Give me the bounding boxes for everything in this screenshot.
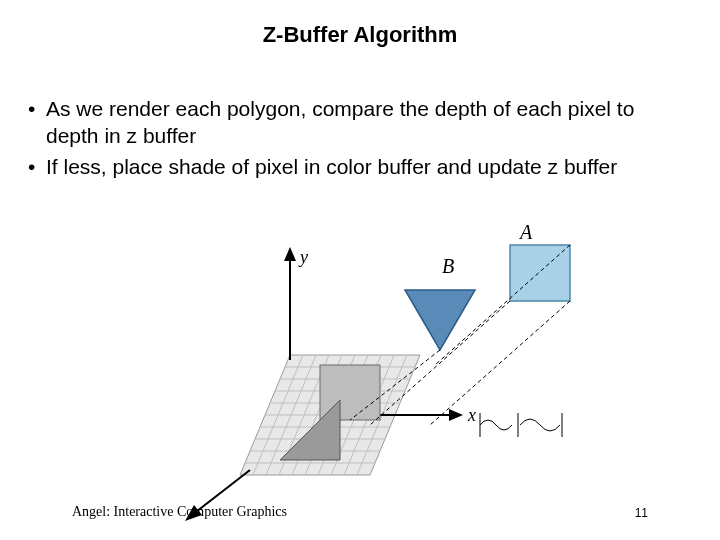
bullet-marker: • <box>28 96 46 150</box>
slide-title: Z-Buffer Algorithm <box>0 0 720 48</box>
bullet-marker: • <box>28 154 46 181</box>
polygon-b <box>405 290 475 350</box>
page-number: 11 <box>635 506 648 520</box>
x-label: x <box>467 405 476 425</box>
depth-braces <box>480 413 562 437</box>
y-axis-arrow <box>284 247 296 261</box>
label-b: B <box>442 255 454 277</box>
y-label: y <box>298 247 308 267</box>
bullet-text: As we render each polygon, compare the d… <box>46 96 692 150</box>
label-a: A <box>518 225 533 243</box>
bullet-text: If less, place shade of pixel in color b… <box>46 154 617 181</box>
bullet-item: • As we render each polygon, compare the… <box>28 96 692 150</box>
footer-credit: Angel: Interactive Computer Graphics <box>72 504 287 520</box>
bullet-list: • As we render each polygon, compare the… <box>0 48 720 181</box>
x-axis-arrow <box>449 409 463 421</box>
polygon-a <box>510 245 570 301</box>
bullet-item: • If less, place shade of pixel in color… <box>28 154 692 181</box>
zbuffer-diagram: y x B A <box>180 225 620 525</box>
